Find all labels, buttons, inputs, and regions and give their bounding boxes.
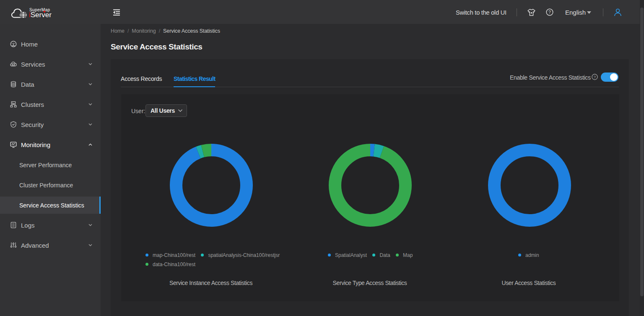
svg-text:?: ? — [594, 75, 596, 79]
svg-text:?: ? — [548, 10, 551, 15]
